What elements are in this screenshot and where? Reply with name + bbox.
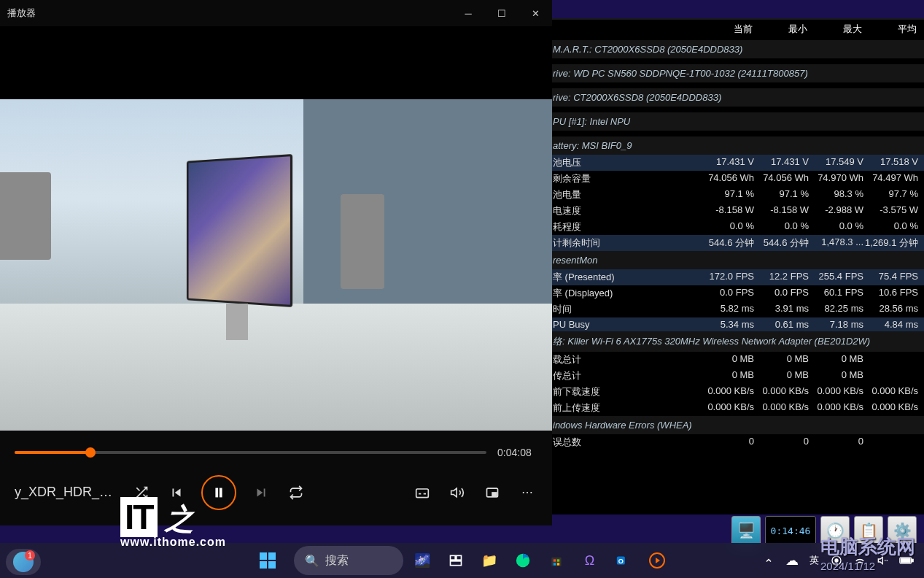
row-current: 0.000 KB/s [699,385,754,398]
tray-monitor-icon[interactable]: 🖥️ [731,516,761,545]
video-area[interactable] [0,26,552,431]
outlook-button[interactable]: O [609,546,638,575]
hwinfo-data-row[interactable]: 池电量97.1 %97.1 %98.3 %97.7 % [547,187,924,203]
hwinfo-data-row[interactable]: 剩余容量74.056 Wh74.056 Wh74.970 Wh74.497 Wh [547,171,924,187]
media-filename: y_XDR_HDR_14... [15,485,117,500]
row-avg: 0.0 % [863,220,918,234]
task-view-button[interactable] [441,546,470,575]
minimize-button[interactable]: ─ [857,18,890,26]
microsoft-store-button[interactable] [542,546,571,575]
repeat-button[interactable] [286,482,306,503]
row-current: 172.0 FPS [699,271,754,284]
row-current: 5.34 ms [699,319,754,330]
row-min: 0.000 KB/s [754,385,809,398]
row-current: 97.1 % [699,188,754,201]
svg-rect-2 [416,489,429,498]
row-current: 74.056 Wh [699,172,754,185]
widgets-button[interactable] [6,549,41,575]
hwinfo-section-header[interactable]: rive: CT2000X6SSD8 (2050E4DDD833) [547,88,924,107]
row-avg: 1,269.1 分钟 [863,236,918,250]
taskbar-wallpaper-app[interactable]: 🌌 [408,546,437,575]
row-max: 74.970 Wh [809,172,863,185]
hwinfo-data-row[interactable]: 耗程度0.0 %0.0 %0.0 %0.0 % [547,219,924,235]
hwinfo-section-header[interactable]: 络: Killer Wi-Fi 6 AX1775s 320MHz Wireles… [547,331,924,352]
row-min: 0.61 ms [754,319,809,330]
row-label: 池电压 [547,156,699,169]
row-max: 7.18 ms [809,319,863,330]
hwinfo-data-row[interactable]: 率 (Presented)172.0 FPS12.2 FPS255.4 FPS7… [547,269,924,285]
row-min: 0 MB [754,369,809,382]
maximize-button[interactable]: ☐ [485,0,519,26]
next-button[interactable] [251,482,271,503]
row-current: 0 MB [699,369,754,382]
row-label: 传总计 [547,369,699,382]
row-min: 74.056 Wh [754,172,809,185]
row-avg [863,353,918,366]
row-label: 池电量 [547,188,699,201]
hwinfo-data-row[interactable]: 传总计0 MB0 MB0 MB [547,368,924,384]
row-current: 0 MB [699,353,754,366]
row-label: PU Busy [547,319,699,330]
svg-rect-0 [215,488,218,497]
player-titlebar[interactable]: 播放器 ─ ☐ ✕ [0,0,552,26]
row-max: 0 MB [809,353,863,366]
row-max: 255.4 FPS [809,271,863,284]
hwinfo-section-header[interactable]: rive: WD PC SN560 SDDPNQE-1T00-1032 (241… [547,64,924,82]
taskbar-search[interactable]: 🔍 搜索 [294,546,403,575]
row-current: 5.82 ms [699,303,754,316]
row-label: 剩余容量 [547,172,699,185]
row-label: 率 (Presented) [547,271,699,284]
svg-text:O: O [618,558,623,565]
row-max: 0 [809,436,863,449]
file-explorer-button[interactable]: 📁 [475,546,504,575]
mini-player-button[interactable] [482,482,502,503]
hwinfo-data-row[interactable]: 前下载速度0.000 KB/s0.000 KB/s0.000 KB/s0.000… [547,384,924,400]
seek-bar[interactable] [15,451,486,454]
hwinfo-data-row[interactable]: 电速度-8.158 W-8.158 W-2.988 W-3.575 W [547,203,924,219]
svg-rect-12 [553,563,555,565]
hwinfo-section-header[interactable]: resentMon [547,251,924,269]
subtitles-button[interactable] [412,482,432,503]
row-avg: -3.575 W [863,204,918,217]
minimize-button[interactable]: ─ [451,0,485,26]
media-player-window: 播放器 ─ ☐ ✕ 0:04:08 y_XDR_HDR_14... [0,0,552,525]
player-title: 播放器 [7,7,36,20]
close-button[interactable]: ✕ [519,0,552,26]
svg-rect-4 [492,493,497,496]
tray-cloud-icon[interactable]: ☁ [782,546,802,575]
hwinfo-data-row[interactable]: 率 (Displayed)0.0 FPS0.0 FPS60.1 FPS10.6 … [547,285,924,301]
row-max: 1,478.3 ... [809,236,863,250]
row-min: 0.0 % [754,220,809,234]
row-avg: 17.518 V [863,156,918,169]
hwinfo-data-row[interactable]: 前上传速度0.000 KB/s0.000 KB/s0.000 KB/s0.000… [547,400,924,416]
maximize-button[interactable]: ☐ [890,18,924,26]
media-player-taskbar-icon[interactable] [642,546,672,575]
row-label: 耗程度 [547,220,699,234]
col-max: 最大 [807,23,862,36]
row-min: 0.000 KB/s [754,401,809,415]
row-label: 误总数 [547,436,699,449]
search-icon: 🔍 [305,554,319,568]
hwinfo-section-header[interactable]: indows Hardware Errors (WHEA) [547,416,924,434]
start-button[interactable] [253,546,282,575]
hwinfo-section-header[interactable]: PU [#1]: Intel NPU [547,112,924,131]
more-button[interactable]: ⋯ [517,482,537,503]
row-min: 17.431 V [754,156,809,169]
hwinfo-section-header[interactable]: M.A.R.T.: CT2000X6SSD8 (2050E4DDD833) [547,40,924,58]
hwinfo-titlebar: ─ ☐ [547,18,924,20]
row-max: 82.25 ms [809,303,863,316]
overflow-chevron-icon[interactable] [758,546,779,575]
taskbar-app-omega[interactable]: Ω [575,546,605,575]
row-avg: 97.7 % [863,188,918,201]
hwinfo-data-row[interactable]: 时间5.82 ms3.91 ms82.25 ms28.56 ms [547,301,924,317]
hwinfo-data-row[interactable]: PU Busy5.34 ms0.61 ms7.18 ms4.84 ms [547,317,924,331]
hwinfo-data-row[interactable]: 计剩余时间544.6 分钟544.6 分钟1,478.3 ...1,269.1 … [547,235,924,251]
edge-browser-button[interactable] [508,546,537,575]
hwinfo-data-row[interactable]: 载总计0 MB0 MB0 MB [547,352,924,368]
stopwatch-readout[interactable]: 0:14:46 [765,516,816,545]
hwinfo-data-row[interactable]: 池电压17.431 V17.431 V17.549 V17.518 V [547,155,924,171]
hwinfo-section-header[interactable]: attery: MSI BIF0_9 [547,136,924,155]
hwinfo-data-row[interactable]: 误总数000 [547,434,924,450]
volume-button[interactable] [447,482,467,503]
svg-rect-7 [450,561,461,566]
